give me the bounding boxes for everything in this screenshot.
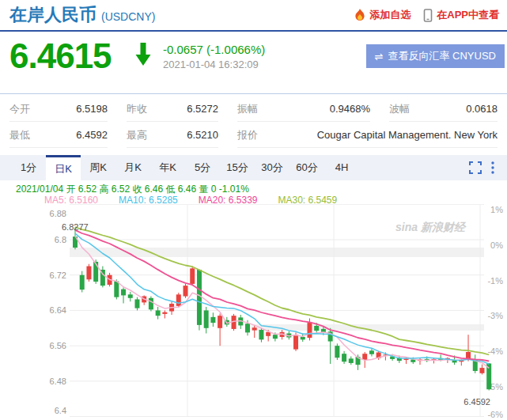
stat-label: 今开 bbox=[9, 102, 30, 116]
tab-5分[interactable]: 5分 bbox=[185, 155, 220, 180]
stat-label: 昨收 bbox=[127, 102, 147, 116]
tab-bar: 1分日K周K月K年K5分15分30分60分4H bbox=[0, 155, 507, 180]
reverse-rate-button[interactable]: ⇌ 查看反向汇率 CNYUSD bbox=[366, 44, 505, 68]
y-axis-left-label: 6.8 bbox=[55, 235, 66, 244]
title-wrap: 在岸人民币 (USDCNY) bbox=[9, 3, 155, 27]
stat-label: 最低 bbox=[9, 128, 30, 142]
stat-value: 6.5272 bbox=[187, 103, 218, 115]
quote-timestamp: 2021-01-04 16:32:09 bbox=[163, 59, 265, 70]
stat-label: 报价 bbox=[237, 128, 258, 142]
tab-年K[interactable]: 年K bbox=[150, 155, 185, 180]
tab-周K[interactable]: 周K bbox=[81, 155, 115, 180]
sina-watermark: sina 新浪财经 bbox=[395, 221, 467, 233]
reverse-rate-label: 查看反向汇率 CNYUSD bbox=[388, 49, 496, 63]
stat-value: 6.5210 bbox=[187, 129, 218, 141]
y-axis-right-label: -6% bbox=[487, 410, 503, 419]
y-axis-right-label: -3% bbox=[487, 311, 503, 320]
view-in-app-label: 在APP中查看 bbox=[437, 8, 499, 22]
header: 在岸人民币 (USDCNY) 添加自选 在APP中查看 bbox=[0, 0, 507, 32]
symbol-label: (USDCNY) bbox=[101, 10, 155, 23]
tab-日K[interactable]: 日K bbox=[46, 155, 81, 180]
stat-value: Cougar Capital Management. New York bbox=[317, 129, 498, 141]
page-title: 在岸人民币 bbox=[9, 3, 96, 27]
header-links: 添加自选 在APP中查看 bbox=[354, 8, 499, 22]
tab-月K[interactable]: 月K bbox=[115, 155, 150, 180]
quote-section: 6.4615 -0.0657 (-1.0066%) 2021-01-04 16:… bbox=[0, 36, 507, 92]
tab-1分[interactable]: 1分 bbox=[11, 155, 46, 180]
y-axis-right-label: 1% bbox=[490, 205, 503, 214]
y-axis-left-label: 6.4 bbox=[55, 406, 66, 415]
stat-cell: 振幅0.9468% bbox=[237, 96, 370, 122]
tab-30分[interactable]: 30分 bbox=[255, 155, 289, 180]
stat-value: 6.4592 bbox=[76, 129, 108, 141]
stat-value: 0.9468% bbox=[330, 103, 370, 115]
current-price: 6.4615 bbox=[9, 36, 112, 76]
stat-label: 波幅 bbox=[389, 102, 410, 116]
y-axis-right-label: 0% bbox=[490, 240, 503, 250]
y-axis-left-label: 6.64 bbox=[50, 305, 66, 315]
candlestick-chart[interactable]: 6.881%6.80%6.72-1%6.64-3%6.56-4%6.48-5%6… bbox=[0, 204, 507, 420]
stat-value: 0.0618 bbox=[466, 103, 498, 115]
view-in-app-button[interactable]: 在APP中查看 bbox=[423, 8, 499, 22]
tabs: 1分日K周K月K年K5分15分30分60分4H bbox=[11, 155, 359, 180]
stat-cell: 昨收6.5272 bbox=[127, 96, 218, 122]
y-axis-right-label: -4% bbox=[487, 346, 503, 356]
high-annotation: 6.8277 bbox=[62, 222, 89, 232]
stat-cell: 报价Cougar Capital Management. New York bbox=[237, 123, 498, 148]
stat-cell: 最低6.4592 bbox=[9, 123, 108, 148]
more-options-icon[interactable] bbox=[491, 161, 494, 174]
page: 在岸人民币 (USDCNY) 添加自选 在APP中查看 6.4615 -0. bbox=[0, 0, 507, 420]
y-axis-right-label: -1% bbox=[487, 276, 503, 286]
y-axis-left-label: 6.72 bbox=[50, 271, 66, 280]
y-axis-left-label: 6.56 bbox=[50, 341, 66, 350]
change-block: -0.0657 (-1.0066%) 2021-01-04 16:32:09 bbox=[163, 43, 265, 70]
stat-cell: 波幅0.0618 bbox=[389, 96, 498, 122]
phone-icon bbox=[423, 9, 433, 22]
stat-cell: 最高6.5210 bbox=[127, 123, 218, 148]
add-watchlist-label: 添加自选 bbox=[369, 8, 411, 22]
fullscreen-icon[interactable] bbox=[469, 161, 482, 174]
price-change: -0.0657 (-1.0066%) bbox=[163, 43, 265, 56]
stats-grid: 今开6.5198昨收6.5272振幅0.9468%波幅0.0618最低6.459… bbox=[0, 93, 507, 148]
tab-4H[interactable]: 4H bbox=[324, 155, 359, 180]
tab-60分[interactable]: 60分 bbox=[289, 155, 324, 180]
add-watchlist-button[interactable]: 添加自选 bbox=[354, 8, 411, 22]
down-arrow-icon bbox=[134, 43, 152, 70]
swap-icon: ⇌ bbox=[375, 51, 384, 62]
stat-label: 振幅 bbox=[237, 102, 258, 116]
stat-label: 最高 bbox=[127, 128, 147, 142]
y-axis-left-label: 6.48 bbox=[50, 376, 66, 386]
stat-value: 6.5198 bbox=[76, 103, 108, 115]
flame-icon bbox=[354, 9, 365, 22]
tab-icons bbox=[469, 155, 507, 180]
tab-15分[interactable]: 15分 bbox=[220, 155, 255, 180]
y-axis-left-label: 6.88 bbox=[50, 209, 66, 218]
low-annotation: 6.4592 bbox=[463, 397, 490, 407]
stat-cell: 今开6.5198 bbox=[9, 96, 108, 122]
